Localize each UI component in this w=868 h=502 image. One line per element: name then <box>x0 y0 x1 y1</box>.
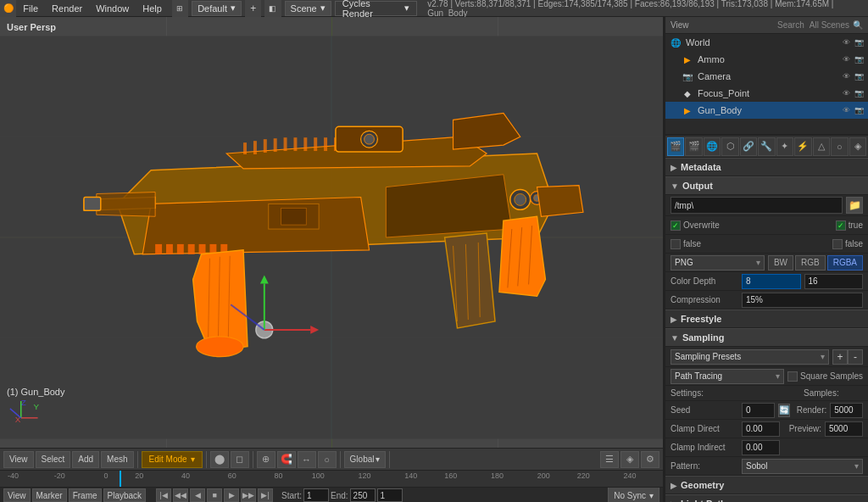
mesh-menu[interactable]: Mesh <box>101 451 133 468</box>
add-menu[interactable]: Add <box>72 451 99 468</box>
search-label[interactable]: Search <box>777 20 804 30</box>
render-icon-f[interactable]: 📷 <box>853 87 865 99</box>
sampling-section-header[interactable]: ▼ Sampling <box>665 328 868 347</box>
screen-icon2[interactable]: ◧ <box>264 0 281 17</box>
render-props-icon[interactable]: 🎬 <box>667 137 684 156</box>
select-menu[interactable]: Select <box>36 451 71 468</box>
frame-btn[interactable]: Frame <box>69 488 102 502</box>
outliner-search-icon[interactable]: 🔍 <box>853 20 863 30</box>
toolbar-icon-2[interactable]: ◈ <box>620 451 639 468</box>
menu-window[interactable]: Window <box>89 0 136 17</box>
transform-icon[interactable]: ↔ <box>298 451 316 468</box>
color-depth-16[interactable]: 16 <box>804 274 864 289</box>
sync-mode[interactable]: No Sync ▾ <box>608 487 659 502</box>
file-ext-check[interactable] <box>836 220 846 231</box>
snap-icon[interactable]: 🧲 <box>277 451 296 468</box>
bw-btn[interactable]: BW <box>768 255 793 271</box>
outliner-item-focus[interactable]: ◆ Focus_Point 👁 📷 <box>665 85 868 102</box>
square-samples-check[interactable] <box>787 371 798 382</box>
eye-icon[interactable]: 👁 <box>840 53 852 65</box>
next-keyframe-btn[interactable]: ▶| <box>258 488 273 502</box>
render-icon[interactable]: 📷 <box>853 36 865 48</box>
path-tracing-dropdown[interactable]: Path Tracing <box>670 369 784 384</box>
outliner-item-gunbody[interactable]: ▶ Gun_Body 👁 📷 <box>665 102 868 119</box>
render-icon-c[interactable]: 📷 <box>853 70 865 82</box>
preview-samples-field[interactable]: 5000 <box>825 421 863 437</box>
object-props-icon[interactable]: ⬡ <box>721 137 738 156</box>
menu-file[interactable]: File <box>16 0 45 17</box>
screen-icon[interactable]: ⊞ <box>172 0 188 17</box>
viewport-3d[interactable]: User Persp <box>0 17 665 502</box>
global-transform[interactable]: Global ▾ <box>344 451 387 468</box>
seed-field[interactable]: 0 <box>742 403 775 418</box>
color-depth-8[interactable]: 8 <box>742 274 801 289</box>
overwrite-check[interactable] <box>670 220 681 231</box>
prop-edit-icon[interactable]: ○ <box>318 451 337 468</box>
output-section-header[interactable]: ▼ Output <box>665 176 868 195</box>
menu-render[interactable]: Render <box>45 0 89 17</box>
layout-selector[interactable]: Default ▾ <box>192 1 242 16</box>
rgba-btn[interactable]: RGBA <box>827 255 863 271</box>
modifier-icon[interactable]: 🔧 <box>758 137 775 156</box>
overwrite-checkbox[interactable]: Overwrite <box>670 220 720 231</box>
edit-mode-btn[interactable]: Edit Mode ▾ <box>142 451 203 468</box>
outliner-item-ammo[interactable]: ▶ Ammo 👁 📷 <box>665 51 868 68</box>
marker-btn[interactable]: Marker <box>32 488 67 502</box>
geometry-section-header[interactable]: ▶ Geometry <box>665 476 868 494</box>
outliner-item-world[interactable]: 🌐 World 👁 📷 <box>665 34 868 51</box>
eye-icon-g[interactable]: 👁 <box>840 104 852 116</box>
cache-result-checkbox[interactable]: false <box>832 239 863 249</box>
start-frame[interactable]: 1 <box>303 488 329 502</box>
material-icon[interactable]: ○ <box>831 137 848 156</box>
render-icon[interactable]: 📷 <box>853 53 865 65</box>
view-btn[interactable]: View <box>3 488 31 502</box>
view-menu[interactable]: View <box>3 451 34 468</box>
toolbar-icon-1[interactable]: ☰ <box>600 451 619 468</box>
current-frame[interactable]: 1 <box>377 488 403 502</box>
scene-selector[interactable]: Scene ▾ <box>285 1 331 16</box>
eye-icon[interactable]: 👁 <box>840 36 852 48</box>
metadata-section-header[interactable]: ▶ Metadata <box>665 158 868 176</box>
outliner-item-camera[interactable]: 📷 Camera 👁 📷 <box>665 68 868 85</box>
placeholders-checkbox[interactable]: false <box>670 239 701 249</box>
pivot-icon[interactable]: ⊕ <box>257 451 275 468</box>
data-icon[interactable]: △ <box>813 137 830 156</box>
eye-icon-f[interactable]: 👁 <box>840 87 852 99</box>
prev-keyframe-btn[interactable]: |◀ <box>156 488 171 502</box>
jump-next-btn[interactable]: ▶▶ <box>241 488 256 502</box>
output-path-field[interactable]: /tmp\ <box>670 197 843 214</box>
stop-btn[interactable]: ■ <box>207 488 222 502</box>
clamp-direct-field[interactable]: 0.00 <box>742 421 780 437</box>
play-btn[interactable]: ▶ <box>224 488 239 502</box>
renderer-selector[interactable]: Cycles Render ▾ <box>335 1 417 16</box>
physics-icon[interactable]: ⚡ <box>794 137 811 156</box>
placeholders-check[interactable] <box>670 239 681 249</box>
freestyle-section-header[interactable]: ▶ Freestyle <box>665 310 868 328</box>
compression-field[interactable]: 15% <box>742 293 863 308</box>
constraints-icon[interactable]: 🔗 <box>740 137 757 156</box>
browse-folder-btn[interactable]: 📁 <box>846 197 863 214</box>
blender-logo[interactable]: 🟠 <box>0 0 16 17</box>
render-icon-g[interactable]: 📷 <box>853 104 865 116</box>
cache-check[interactable] <box>832 239 843 249</box>
add-preset-btn[interactable]: + <box>832 349 848 365</box>
playback-btn[interactable]: Playback <box>103 488 147 502</box>
end-frame[interactable]: 250 <box>350 488 376 502</box>
layout-add[interactable]: + <box>245 0 261 17</box>
view-label[interactable]: View <box>670 20 689 30</box>
texture-icon[interactable]: ◈ <box>849 137 866 156</box>
menu-help[interactable]: Help <box>136 0 169 17</box>
clamp-indirect-field[interactable]: 0.00 <box>742 440 780 455</box>
particles-icon[interactable]: ✦ <box>776 137 793 156</box>
toolbar-icon-3[interactable]: ⚙ <box>641 451 659 468</box>
file-extensions-checkbox[interactable]: true <box>836 220 863 231</box>
viewport-shading-solid[interactable]: ⬤ <box>210 451 229 468</box>
rgb-btn[interactable]: RGB <box>795 255 826 271</box>
scene-props-icon[interactable]: 🎬 <box>685 137 702 156</box>
play-reverse-btn[interactable]: ◀ <box>190 488 205 502</box>
remove-preset-btn[interactable]: - <box>848 349 863 365</box>
sampling-presets-dropdown[interactable]: Sampling Presets <box>670 349 829 365</box>
eye-icon-c[interactable]: 👁 <box>840 70 852 82</box>
seed-cycle-btn[interactable]: 🔄 <box>778 404 790 417</box>
viewport-shading-wire[interactable]: ◻ <box>231 451 249 468</box>
